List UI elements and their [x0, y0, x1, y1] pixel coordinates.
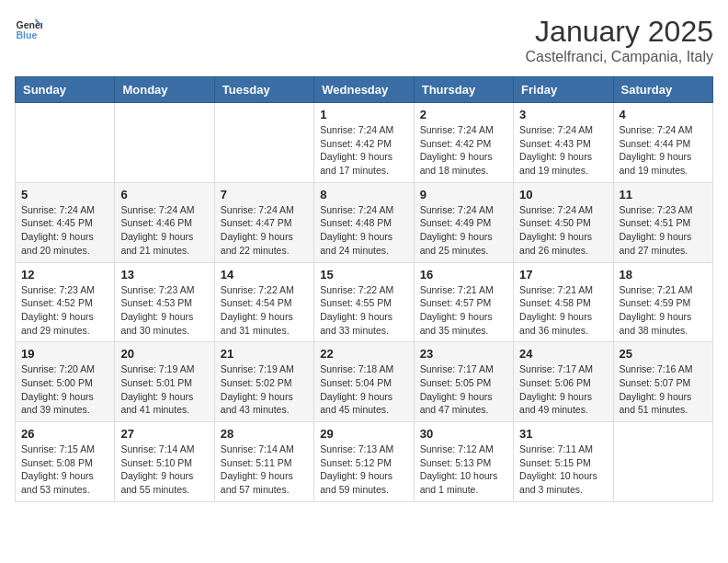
weekday-header-monday: Monday	[115, 77, 214, 103]
day-number: 5	[21, 188, 108, 201]
day-number: 13	[120, 268, 208, 282]
day-number: 10	[519, 188, 607, 201]
day-cell	[214, 103, 313, 183]
weekday-header-friday: Friday	[514, 77, 613, 103]
day-info: Sunrise: 7:24 AM Sunset: 4:45 PM Dayligh…	[21, 203, 108, 258]
day-number: 1	[320, 108, 407, 121]
weekday-header-row: SundayMondayTuesdayWednesdayThursdayFrid…	[16, 77, 713, 103]
day-number: 20	[120, 347, 208, 361]
page-header: General Blue January 2025 Castelfranci, …	[15, 15, 713, 65]
day-info: Sunrise: 7:24 AM Sunset: 4:43 PM Dayligh…	[519, 123, 607, 178]
day-cell: 30Sunrise: 7:12 AM Sunset: 5:13 PM Dayli…	[414, 422, 513, 502]
day-cell: 18Sunrise: 7:21 AM Sunset: 4:59 PM Dayli…	[613, 262, 712, 342]
day-number: 29	[320, 427, 407, 441]
day-cell: 3Sunrise: 7:24 AM Sunset: 4:43 PM Daylig…	[514, 103, 613, 183]
day-info: Sunrise: 7:13 AM Sunset: 5:12 PM Dayligh…	[320, 442, 407, 497]
day-cell: 9Sunrise: 7:24 AM Sunset: 4:49 PM Daylig…	[414, 182, 513, 262]
day-number: 25	[620, 347, 707, 361]
week-row-5: 26Sunrise: 7:15 AM Sunset: 5:08 PM Dayli…	[16, 422, 713, 502]
day-number: 16	[420, 268, 507, 282]
day-info: Sunrise: 7:23 AM Sunset: 4:52 PM Dayligh…	[21, 283, 108, 338]
day-cell: 14Sunrise: 7:22 AM Sunset: 4:54 PM Dayli…	[214, 262, 313, 342]
day-cell: 29Sunrise: 7:13 AM Sunset: 5:12 PM Dayli…	[314, 422, 414, 502]
day-info: Sunrise: 7:20 AM Sunset: 5:00 PM Dayligh…	[21, 362, 108, 417]
day-cell: 2Sunrise: 7:24 AM Sunset: 4:42 PM Daylig…	[414, 103, 513, 183]
day-info: Sunrise: 7:23 AM Sunset: 4:53 PM Dayligh…	[120, 283, 208, 338]
weekday-header-saturday: Saturday	[613, 77, 712, 103]
week-row-2: 5Sunrise: 7:24 AM Sunset: 4:45 PM Daylig…	[16, 182, 713, 262]
day-info: Sunrise: 7:21 AM Sunset: 4:59 PM Dayligh…	[620, 283, 707, 338]
day-cell	[115, 103, 214, 183]
day-number: 26	[21, 427, 108, 441]
subtitle: Castelfranci, Campania, Italy	[525, 49, 713, 65]
weekday-header-thursday: Thursday	[414, 77, 513, 103]
day-number: 27	[120, 427, 208, 441]
day-cell: 11Sunrise: 7:23 AM Sunset: 4:51 PM Dayli…	[613, 182, 712, 262]
day-number: 2	[420, 108, 507, 121]
day-cell: 4Sunrise: 7:24 AM Sunset: 4:44 PM Daylig…	[613, 103, 712, 183]
day-cell: 5Sunrise: 7:24 AM Sunset: 4:45 PM Daylig…	[16, 182, 115, 262]
day-number: 24	[519, 347, 607, 361]
day-cell: 7Sunrise: 7:24 AM Sunset: 4:47 PM Daylig…	[214, 182, 313, 262]
day-cell: 31Sunrise: 7:11 AM Sunset: 5:15 PM Dayli…	[514, 422, 613, 502]
day-number: 7	[221, 188, 308, 201]
day-number: 6	[120, 188, 208, 201]
main-title: January 2025	[525, 15, 713, 49]
day-cell: 25Sunrise: 7:16 AM Sunset: 5:07 PM Dayli…	[613, 342, 712, 422]
svg-text:Blue: Blue	[17, 29, 38, 40]
day-cell: 10Sunrise: 7:24 AM Sunset: 4:50 PM Dayli…	[514, 182, 613, 262]
day-cell: 16Sunrise: 7:21 AM Sunset: 4:57 PM Dayli…	[414, 262, 513, 342]
calendar-table: SundayMondayTuesdayWednesdayThursdayFrid…	[15, 76, 713, 502]
day-cell: 24Sunrise: 7:17 AM Sunset: 5:06 PM Dayli…	[514, 342, 613, 422]
day-info: Sunrise: 7:21 AM Sunset: 4:58 PM Dayligh…	[519, 283, 607, 338]
week-row-3: 12Sunrise: 7:23 AM Sunset: 4:52 PM Dayli…	[16, 262, 713, 342]
day-info: Sunrise: 7:11 AM Sunset: 5:15 PM Dayligh…	[519, 442, 607, 497]
day-info: Sunrise: 7:24 AM Sunset: 4:49 PM Dayligh…	[420, 203, 507, 258]
day-cell: 22Sunrise: 7:18 AM Sunset: 5:04 PM Dayli…	[314, 342, 414, 422]
day-cell: 21Sunrise: 7:19 AM Sunset: 5:02 PM Dayli…	[214, 342, 313, 422]
weekday-header-tuesday: Tuesday	[214, 77, 313, 103]
day-info: Sunrise: 7:24 AM Sunset: 4:48 PM Dayligh…	[320, 203, 407, 258]
day-info: Sunrise: 7:19 AM Sunset: 5:02 PM Dayligh…	[221, 362, 308, 417]
day-cell	[16, 103, 115, 183]
day-info: Sunrise: 7:24 AM Sunset: 4:42 PM Dayligh…	[420, 123, 507, 178]
day-cell: 19Sunrise: 7:20 AM Sunset: 5:00 PM Dayli…	[16, 342, 115, 422]
day-cell: 23Sunrise: 7:17 AM Sunset: 5:05 PM Dayli…	[414, 342, 513, 422]
day-info: Sunrise: 7:14 AM Sunset: 5:11 PM Dayligh…	[221, 442, 308, 497]
day-info: Sunrise: 7:17 AM Sunset: 5:05 PM Dayligh…	[420, 362, 507, 417]
day-number: 30	[420, 427, 507, 441]
day-number: 9	[420, 188, 507, 201]
day-cell	[613, 422, 712, 502]
day-info: Sunrise: 7:22 AM Sunset: 4:55 PM Dayligh…	[320, 283, 407, 338]
day-cell: 27Sunrise: 7:14 AM Sunset: 5:10 PM Dayli…	[115, 422, 214, 502]
day-cell: 17Sunrise: 7:21 AM Sunset: 4:58 PM Dayli…	[514, 262, 613, 342]
day-number: 15	[320, 268, 407, 282]
logo: General Blue	[15, 15, 42, 42]
day-number: 23	[420, 347, 507, 361]
day-number: 3	[519, 108, 607, 121]
day-info: Sunrise: 7:24 AM Sunset: 4:42 PM Dayligh…	[320, 123, 407, 178]
day-cell: 28Sunrise: 7:14 AM Sunset: 5:11 PM Dayli…	[214, 422, 313, 502]
day-cell: 26Sunrise: 7:15 AM Sunset: 5:08 PM Dayli…	[16, 422, 115, 502]
day-number: 14	[221, 268, 308, 282]
day-info: Sunrise: 7:14 AM Sunset: 5:10 PM Dayligh…	[120, 442, 208, 497]
day-info: Sunrise: 7:17 AM Sunset: 5:06 PM Dayligh…	[519, 362, 607, 417]
day-cell: 20Sunrise: 7:19 AM Sunset: 5:01 PM Dayli…	[115, 342, 214, 422]
day-cell: 12Sunrise: 7:23 AM Sunset: 4:52 PM Dayli…	[16, 262, 115, 342]
day-cell: 8Sunrise: 7:24 AM Sunset: 4:48 PM Daylig…	[314, 182, 414, 262]
day-info: Sunrise: 7:18 AM Sunset: 5:04 PM Dayligh…	[320, 362, 407, 417]
title-area: January 2025 Castelfranci, Campania, Ita…	[525, 15, 713, 65]
week-row-1: 1Sunrise: 7:24 AM Sunset: 4:42 PM Daylig…	[16, 103, 713, 183]
logo-icon: General Blue	[15, 15, 42, 42]
day-cell: 6Sunrise: 7:24 AM Sunset: 4:46 PM Daylig…	[115, 182, 214, 262]
day-info: Sunrise: 7:21 AM Sunset: 4:57 PM Dayligh…	[420, 283, 507, 338]
day-number: 12	[21, 268, 108, 282]
weekday-header-sunday: Sunday	[16, 77, 115, 103]
day-number: 4	[620, 108, 707, 121]
day-number: 31	[519, 427, 607, 441]
day-number: 22	[320, 347, 407, 361]
weekday-header-wednesday: Wednesday	[314, 77, 414, 103]
day-info: Sunrise: 7:19 AM Sunset: 5:01 PM Dayligh…	[120, 362, 208, 417]
day-info: Sunrise: 7:24 AM Sunset: 4:46 PM Dayligh…	[120, 203, 208, 258]
day-info: Sunrise: 7:16 AM Sunset: 5:07 PM Dayligh…	[620, 362, 707, 417]
